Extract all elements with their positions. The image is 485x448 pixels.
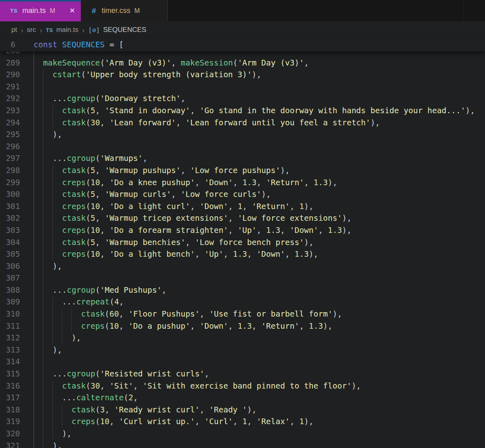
line-number[interactable]: 289 bbox=[0, 57, 26, 69]
token-str: 'Go stand in the doorway with hands besi… bbox=[200, 106, 465, 115]
line-number[interactable]: 321 bbox=[0, 440, 26, 448]
code-line[interactable]: 301 creps(10, 'Do a light curl', 'Down',… bbox=[0, 201, 485, 213]
code-line[interactable]: 319 creps(10, 'Curl wrist up.', 'Curl', … bbox=[0, 416, 485, 428]
code-line[interactable]: 316 ctask(30, 'Sit', 'Sit with exercise … bbox=[0, 380, 485, 392]
code-line[interactable]: 317 ...calternate(2, bbox=[0, 392, 485, 404]
breadcrumb-item-main.ts[interactable]: TSmain.ts bbox=[46, 26, 78, 34]
token-fn: ctask bbox=[62, 166, 86, 175]
line-number[interactable]: 296 bbox=[0, 141, 26, 153]
code-line[interactable]: 305 creps(10, 'Do a light bench', 'Up', … bbox=[0, 248, 485, 260]
code-line[interactable]: 300 ctask(5, 'Warmup curls', 'Low force … bbox=[0, 188, 485, 201]
code-line[interactable]: 311 creps(10, 'Do a pushup', 'Down', 1.3… bbox=[0, 320, 485, 332]
code-line[interactable]: 318 ctask(3, 'Ready wrist curl', 'Ready … bbox=[0, 404, 485, 416]
token-p: ), bbox=[53, 441, 62, 448]
token-num: 1.3 bbox=[238, 321, 252, 331]
line-number[interactable]: 317 bbox=[0, 392, 26, 404]
code-line[interactable]: 313 ), bbox=[0, 344, 485, 356]
sticky-code-text: const SEQUENCES = [ bbox=[26, 39, 124, 51]
code-line[interactable]: 299 creps(10, 'Do a knee pushup', 'Down'… bbox=[0, 177, 485, 189]
tab-main-ts[interactable]: TS main.ts M ✕ bbox=[0, 0, 81, 21]
line-number[interactable]: 294 bbox=[0, 117, 26, 129]
code-line[interactable]: 314 bbox=[0, 356, 485, 368]
code-line[interactable]: 321 ), bbox=[0, 440, 485, 448]
editor: 288289 makeSequence('Arm Day (v3)', make… bbox=[0, 51, 485, 448]
code-line[interactable]: 320 ), bbox=[0, 428, 485, 440]
line-number[interactable]: 288 bbox=[0, 51, 26, 57]
line-number[interactable]: 297 bbox=[0, 152, 26, 165]
line-number[interactable]: 302 bbox=[0, 212, 26, 224]
line-number[interactable]: 303 bbox=[0, 224, 26, 237]
line-number[interactable]: 320 bbox=[0, 428, 26, 440]
line-number[interactable]: 314 bbox=[0, 356, 26, 368]
indent-guide bbox=[43, 272, 43, 284]
code-text: ctask(5, 'Warmup curls', 'Low force curl… bbox=[26, 188, 271, 201]
code-line[interactable]: 297 ...cgroup('Warmups', bbox=[0, 152, 485, 165]
code-line[interactable]: 310 ctask(60, 'Floor Pushups', 'Use fist… bbox=[0, 308, 485, 320]
code-line[interactable]: 309 ...crepeat(4, bbox=[0, 296, 485, 308]
code-line[interactable]: 315 ...cgroup('Resisted wrist curls', bbox=[0, 368, 485, 380]
line-number[interactable]: 308 bbox=[0, 284, 26, 296]
indent-spaces bbox=[34, 166, 62, 175]
code-line[interactable]: 298 ctask(5, 'Warmup pushups', 'Low forc… bbox=[0, 165, 485, 177]
code-line[interactable]: 308 ...cgroup('Med Pushups', bbox=[0, 284, 485, 296]
line-number[interactable]: 295 bbox=[0, 129, 26, 141]
line-number[interactable]: 311 bbox=[0, 320, 26, 332]
code-line[interactable]: 295 ), bbox=[0, 129, 485, 141]
code-line[interactable]: 304 ctask(5, 'Warmup benchies', 'Low for… bbox=[0, 237, 485, 249]
code-text: ), bbox=[26, 260, 62, 273]
token-p: ), bbox=[333, 309, 342, 319]
line-number[interactable]: 292 bbox=[0, 93, 26, 105]
breadcrumb-item-src[interactable]: src bbox=[27, 26, 36, 34]
code-text: creps(10, 'Do a pushup', 'Down', 1.3, 'R… bbox=[26, 320, 333, 332]
indent-spaces bbox=[34, 333, 72, 342]
line-number[interactable]: 304 bbox=[0, 237, 26, 249]
code-line[interactable]: 291 bbox=[0, 81, 485, 93]
line-number[interactable]: 290 bbox=[0, 69, 26, 81]
line-number[interactable]: 293 bbox=[0, 105, 26, 117]
sticky-scroll-line[interactable]: 6 const SEQUENCES = [ bbox=[0, 38, 485, 51]
token-p: , bbox=[171, 190, 181, 199]
token-str: 'Curl' bbox=[205, 417, 233, 426]
close-icon[interactable]: ✕ bbox=[70, 6, 75, 15]
code-line[interactable]: 288 bbox=[0, 51, 485, 57]
code-line[interactable]: 296 bbox=[0, 141, 485, 153]
code-line[interactable]: 306 ), bbox=[0, 260, 485, 273]
token-p: , bbox=[290, 417, 299, 426]
line-number[interactable]: 291 bbox=[0, 81, 26, 93]
code-line[interactable]: 303 creps(10, 'Do a forearm straighten',… bbox=[0, 224, 485, 237]
code-line[interactable]: 312 ), bbox=[0, 332, 485, 344]
code-line[interactable]: 302 ctask(5, 'Warmup tricep extensions',… bbox=[0, 212, 485, 224]
line-number[interactable]: 309 bbox=[0, 296, 26, 308]
line-number[interactable]: 300 bbox=[0, 188, 26, 201]
line-number[interactable]: 319 bbox=[0, 416, 26, 428]
tab-timer-css[interactable]: # timer.css M bbox=[81, 0, 168, 21]
token-str: 'Do a light bench' bbox=[110, 249, 195, 259]
git-modified-badge: M bbox=[50, 7, 55, 15]
line-number[interactable]: 307 bbox=[0, 272, 26, 284]
token-p: ( bbox=[86, 381, 91, 391]
line-number[interactable]: 305 bbox=[0, 248, 26, 260]
breadcrumb-item-sequences[interactable]: [⊘]SEQUENCES bbox=[88, 26, 146, 34]
line-number[interactable]: 315 bbox=[0, 368, 26, 380]
line-number[interactable]: 301 bbox=[0, 201, 26, 213]
code-line[interactable]: 294 ctask(30, 'Lean forward', 'Lean forw… bbox=[0, 117, 485, 129]
code-line[interactable]: 292 ...cgroup('Doorway stretch', bbox=[0, 93, 485, 105]
line-number[interactable]: 298 bbox=[0, 165, 26, 177]
token-str: 'Up' bbox=[238, 226, 257, 235]
indent-guide bbox=[43, 356, 43, 368]
line-number[interactable]: 316 bbox=[0, 380, 26, 392]
code-text: ctask(5, 'Warmup pushups', 'Low force pu… bbox=[26, 165, 290, 177]
indent-spaces bbox=[34, 321, 81, 331]
line-number[interactable]: 299 bbox=[0, 177, 26, 189]
code-line[interactable]: 307 bbox=[0, 272, 485, 284]
token-str: 'Ready wrist curl' bbox=[114, 405, 200, 414]
line-number[interactable]: 306 bbox=[0, 260, 26, 273]
code-line[interactable]: 289 makeSequence('Arm Day (v3)', makeSes… bbox=[0, 57, 485, 69]
code-line[interactable]: 290 cstart('Upper body strength (variati… bbox=[0, 69, 485, 81]
breadcrumb-item-pt[interactable]: pt bbox=[11, 26, 17, 34]
line-number[interactable]: 318 bbox=[0, 404, 26, 416]
line-number[interactable]: 312 bbox=[0, 332, 26, 344]
line-number[interactable]: 310 bbox=[0, 308, 26, 320]
code-line[interactable]: 293 ctask(5, 'Stand in doorway', 'Go sta… bbox=[0, 105, 485, 117]
line-number[interactable]: 313 bbox=[0, 344, 26, 356]
